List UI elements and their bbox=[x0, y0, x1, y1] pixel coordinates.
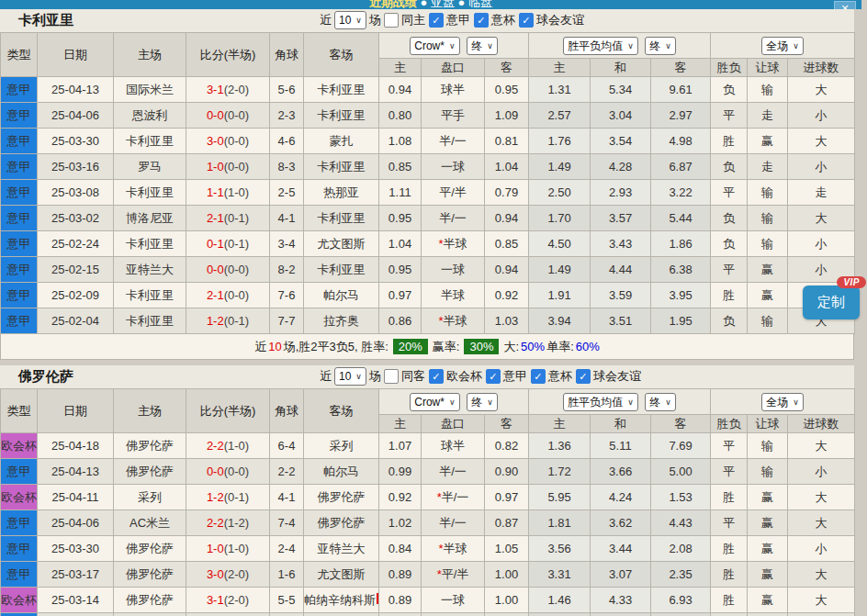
home-odds: 1.11 bbox=[379, 180, 422, 206]
same-away-label: 同客 bbox=[401, 368, 425, 385]
recent-count-select[interactable]: 10∨ bbox=[334, 11, 366, 29]
avg-home-odds: 5.95 bbox=[529, 485, 591, 510]
match-row: 意甲25-03-17佛罗伦萨3-0(2-0)1-6尤文图斯0.89*平/半1.0… bbox=[1, 562, 855, 588]
handicap-value: 半/一 bbox=[442, 490, 469, 504]
final-odds-select[interactable]: 终∨ bbox=[467, 37, 498, 55]
home-odds: 1.07 bbox=[379, 433, 422, 459]
handicap-value: 一球 bbox=[441, 263, 465, 276]
half-score: (1-0) bbox=[224, 439, 249, 453]
corner-score: 2-2 bbox=[270, 459, 304, 485]
odds-source-select[interactable]: Crow*∨ bbox=[410, 37, 459, 55]
final-score: 2-1 bbox=[207, 288, 224, 302]
handicap: 半/一 bbox=[422, 459, 485, 485]
close-button[interactable]: ✕ bbox=[834, 1, 856, 9]
league-filter-checkbox-serie-a[interactable]: ✓ bbox=[486, 369, 501, 384]
avg-away-odds: 6.93 bbox=[651, 588, 711, 613]
league-badge: 意甲 bbox=[1, 536, 38, 562]
league-badge: 意甲 bbox=[1, 562, 38, 588]
handicap: 半/一 bbox=[422, 129, 485, 154]
half-score: (0-1) bbox=[224, 211, 249, 225]
match-row: 意甲25-02-04卡利亚里1-2(0-1)7-7拉齐奥0.86*半球1.033… bbox=[1, 308, 855, 334]
match-result: 平 bbox=[711, 180, 748, 206]
handicap: *半球 bbox=[422, 308, 485, 334]
away-odds: 0.94 bbox=[485, 257, 529, 283]
same-away-checkbox[interactable] bbox=[384, 369, 399, 384]
score-cell: 1-2(0-1) bbox=[186, 485, 270, 510]
away-odds: 0.94 bbox=[485, 206, 529, 231]
match-row: 意甲25-03-30卡利亚里3-0(0-0)4-6蒙扎1.08半/一0.811.… bbox=[1, 129, 855, 154]
home-odds: 1.04 bbox=[379, 231, 422, 257]
home-team: 采列 bbox=[114, 485, 186, 510]
avg-home-odds: 3.56 bbox=[529, 536, 591, 562]
matches-label: 场 bbox=[369, 368, 381, 385]
league-filter-checkbox-conference[interactable]: ✓ bbox=[429, 369, 444, 384]
avg-draw-odds: 3.44 bbox=[591, 536, 651, 562]
col-header-score: 比分(半场) bbox=[186, 33, 270, 77]
avg-home-odds: 1.49 bbox=[529, 154, 591, 180]
final-score: 2-1 bbox=[207, 211, 224, 225]
average-odds-group-header: 胜平负均值∨ 终∨ bbox=[529, 389, 711, 415]
half-score: (0-0) bbox=[224, 160, 249, 174]
handicap-value: 平/半 bbox=[439, 185, 467, 199]
corner-score: 8-3 bbox=[270, 154, 304, 180]
away-odds: 1.03 bbox=[485, 308, 529, 334]
scope-select[interactable]: 全场∨ bbox=[761, 393, 804, 411]
odds-source-select[interactable]: Crow*∨ bbox=[410, 393, 459, 411]
home-team: 佛罗伦萨 bbox=[114, 433, 186, 459]
league-filter-label: 球会友谊 bbox=[536, 12, 584, 28]
corner-score: 5-6 bbox=[270, 77, 304, 103]
match-date: 25-04-06 bbox=[38, 510, 114, 536]
away-odds: 0.85 bbox=[485, 231, 529, 257]
odds-source-value: Crow* bbox=[414, 395, 445, 409]
league-badge: 欧会杯 bbox=[1, 485, 38, 510]
league-filter-label: 意甲 bbox=[446, 12, 470, 28]
league-filter-checkbox-coppa[interactable]: ✓ bbox=[474, 13, 489, 28]
match-date: 25-03-30 bbox=[38, 536, 114, 562]
goals-total: 大 bbox=[788, 613, 855, 616]
handicap-result: 赢 bbox=[748, 485, 788, 510]
scope-value: 全场 bbox=[766, 395, 788, 409]
col-header-away: 客场 bbox=[304, 33, 379, 77]
match-date: 25-04-13 bbox=[38, 459, 114, 485]
avg-away-odds: 2.08 bbox=[651, 536, 711, 562]
recent-count-select[interactable]: 10∨ bbox=[334, 367, 366, 386]
avg-odds-select[interactable]: 胜平负均值∨ bbox=[563, 393, 638, 411]
customize-vip-button[interactable]: 定制 VIP bbox=[803, 286, 860, 319]
avg-home-odds: 1.70 bbox=[529, 206, 591, 231]
avg-away-odds: 9.61 bbox=[651, 77, 711, 103]
goals-total: 大 bbox=[788, 129, 855, 154]
away-odds: 1.09 bbox=[485, 103, 529, 129]
col-header-away: 客场 bbox=[304, 389, 379, 433]
avg-odds-value: 胜平负均值 bbox=[568, 395, 623, 409]
big-rate-value: 50% bbox=[521, 340, 545, 353]
handicap-value: 一球 bbox=[441, 160, 465, 174]
away-team: 帕尔马 bbox=[304, 283, 379, 308]
handicap-value: 半/一 bbox=[439, 465, 467, 478]
home-odds: 0.94 bbox=[379, 77, 422, 103]
scope-select[interactable]: 全场∨ bbox=[761, 37, 804, 55]
avg-away-odds: 2.97 bbox=[651, 103, 711, 129]
league-filter-checkbox-coppa[interactable]: ✓ bbox=[531, 369, 546, 384]
final-odds-select[interactable]: 终∨ bbox=[645, 393, 676, 411]
avg-draw-odds: 3.43 bbox=[591, 231, 651, 257]
league-filter-checkbox-friendly[interactable]: ✓ bbox=[576, 369, 591, 384]
final-odds-value: 终 bbox=[649, 39, 660, 53]
avg-draw-odds: 2.93 bbox=[591, 180, 651, 206]
avg-odds-select[interactable]: 胜平负均值∨ bbox=[563, 37, 638, 55]
avg-home-odds: 3.94 bbox=[529, 308, 591, 334]
league-filter-checkbox-friendly[interactable]: ✓ bbox=[519, 13, 534, 28]
match-row: 意甲25-03-16罗马1-0(0-0)8-3卡利亚里0.85一球1.041.4… bbox=[1, 154, 855, 180]
handicap-result: 赢 bbox=[748, 588, 788, 613]
same-home-checkbox[interactable] bbox=[384, 13, 399, 28]
subcol-result: 胜负 bbox=[711, 415, 748, 433]
goals-total: 小 bbox=[788, 103, 855, 129]
avg-draw-odds: 5.34 bbox=[591, 77, 651, 103]
avg-home-odds: 1.81 bbox=[529, 510, 591, 536]
corner-score: 7-4 bbox=[270, 510, 304, 536]
final-odds-select[interactable]: 终∨ bbox=[467, 393, 498, 411]
handicap-result: 走 bbox=[748, 103, 788, 129]
final-odds-select[interactable]: 终∨ bbox=[645, 37, 676, 55]
same-home-label: 同主 bbox=[401, 12, 425, 28]
league-filter-checkbox-serie-a[interactable]: ✓ bbox=[429, 13, 444, 28]
avg-home-odds: 2.50 bbox=[529, 180, 591, 206]
